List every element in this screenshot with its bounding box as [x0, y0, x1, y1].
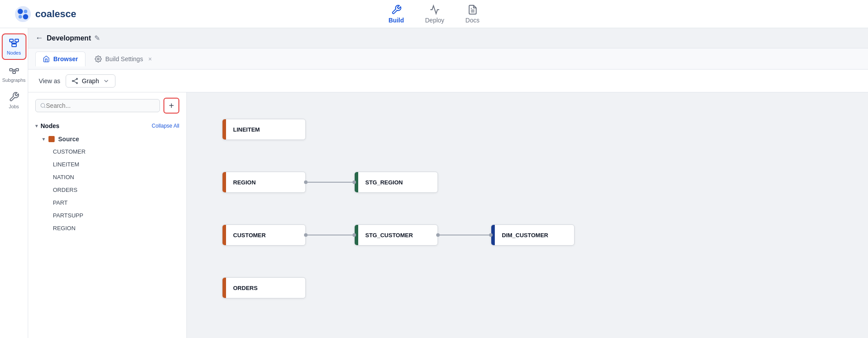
list-item[interactable]: LINEITEM	[28, 158, 186, 171]
node-panel-header: +	[28, 92, 186, 119]
svg-point-2	[23, 14, 28, 19]
graph-node-orders-src[interactable]: ORDERS	[222, 277, 306, 298]
svg-rect-14	[10, 69, 12, 71]
nav-docs-label: Docs	[465, 17, 479, 24]
back-area: ← Development ✎	[28, 28, 868, 48]
list-item[interactable]: NATION	[28, 171, 186, 184]
node-stripe	[223, 225, 226, 245]
node-stripe	[355, 225, 358, 245]
nodes-section-header[interactable]: ▾ Nodes Collapse All	[28, 119, 186, 133]
svg-point-22	[76, 82, 78, 84]
sidebar-nodes-label: Nodes	[7, 50, 21, 55]
icon-sidebar: Nodes Subgraphs Jobs	[0, 28, 28, 338]
node-panel: + ▾ Nodes Collapse All ▾ Source CUSTOMER…	[28, 92, 187, 338]
svg-rect-7	[10, 39, 13, 42]
main-layout: Nodes Subgraphs Jobs ← Development ✎	[0, 28, 868, 338]
collapse-all-button[interactable]: Collapse All	[152, 123, 179, 129]
node-stripe	[223, 172, 226, 192]
nav-actions: Build Deploy Docs	[389, 4, 480, 24]
tab-browser-label: Browser	[53, 55, 78, 62]
nav-build[interactable]: Build	[389, 4, 404, 24]
node-label: REGION	[226, 179, 263, 186]
home-icon	[43, 55, 50, 62]
sidebar-item-jobs[interactable]: Jobs	[2, 88, 26, 113]
view-dropdown[interactable]: Graph	[66, 74, 115, 88]
sidebar-subgraphs-label: Subgraphs	[2, 77, 26, 83]
graph-canvas[interactable]: LINEITEMREGIONSTG_REGIONCUSTOMERSTG_CUST…	[187, 92, 868, 338]
node-label: STG_REGION	[358, 179, 410, 186]
graph-node-dim-customer[interactable]: DIM_CUSTOMER	[491, 224, 575, 246]
svg-point-4	[24, 10, 27, 13]
svg-line-26	[44, 107, 45, 108]
graph-node-region-src[interactable]: REGION	[222, 172, 306, 193]
node-stripe	[491, 225, 495, 245]
toolbar: View as Graph	[28, 70, 868, 92]
graph-node-lineitem-src[interactable]: LINEITEM	[222, 119, 306, 140]
node-stripe	[223, 278, 226, 298]
graph-icon	[71, 77, 78, 84]
source-title: Source	[58, 136, 79, 143]
settings-icon	[95, 55, 102, 62]
svg-line-24	[73, 81, 76, 83]
list-item[interactable]: REGION	[28, 222, 186, 235]
source-chevron: ▾	[42, 136, 45, 142]
content-panel: ← Development ✎ Browser Build Settings ×	[28, 28, 868, 338]
chevron-down-icon	[103, 77, 110, 84]
top-nav: coalesce Build Deploy Docs	[0, 0, 868, 28]
app-name: coalesce	[35, 8, 76, 20]
tab-build-settings[interactable]: Build Settings ×	[87, 51, 161, 66]
back-button[interactable]: ←	[35, 33, 43, 43]
svg-point-19	[97, 58, 99, 60]
svg-rect-8	[15, 39, 19, 42]
environment-title: Development	[47, 34, 91, 42]
graph-label: Graph	[82, 77, 99, 84]
search-input[interactable]	[46, 102, 155, 109]
logo: coalesce	[14, 5, 76, 23]
svg-point-3	[19, 15, 22, 18]
svg-point-21	[76, 78, 78, 80]
nav-build-label: Build	[389, 17, 404, 24]
tab-close-button[interactable]: ×	[147, 55, 154, 62]
search-icon	[40, 103, 46, 109]
list-item[interactable]: CUSTOMER	[28, 145, 186, 158]
svg-point-0	[15, 6, 31, 22]
list-item[interactable]: PART	[28, 196, 186, 209]
sidebar-item-nodes[interactable]: Nodes	[2, 33, 26, 60]
edit-icon[interactable]: ✎	[94, 34, 100, 42]
nodes-section-title: Nodes	[41, 122, 149, 129]
svg-point-1	[18, 9, 23, 14]
nav-deploy[interactable]: Deploy	[425, 4, 445, 24]
svg-rect-15	[16, 69, 19, 71]
tab-build-settings-label: Build Settings	[105, 55, 143, 62]
node-label: ORDERS	[226, 285, 265, 291]
sidebar-jobs-label: Jobs	[9, 104, 19, 109]
graph-node-customer-src[interactable]: CUSTOMER	[222, 224, 306, 246]
sidebar-item-subgraphs[interactable]: Subgraphs	[2, 62, 26, 86]
nodes-section: ▾ Nodes Collapse All ▾ Source CUSTOMER L…	[28, 119, 186, 338]
source-header[interactable]: ▾ Source	[28, 133, 186, 145]
chevron-icon: ▾	[35, 123, 38, 129]
nav-docs[interactable]: Docs	[465, 4, 479, 24]
node-stripe	[223, 119, 226, 140]
logo-icon	[14, 5, 32, 23]
list-item[interactable]: PARTSUPP	[28, 209, 186, 222]
node-label: DIM_CUSTOMER	[495, 232, 555, 239]
svg-point-25	[41, 103, 45, 107]
source-dot	[48, 136, 55, 142]
node-label: CUSTOMER	[226, 232, 273, 239]
search-box[interactable]	[35, 99, 160, 112]
split-area: + ▾ Nodes Collapse All ▾ Source CUSTOMER…	[28, 92, 868, 338]
tab-bar: Browser Build Settings ×	[28, 48, 868, 70]
svg-point-20	[72, 80, 74, 81]
nav-deploy-label: Deploy	[425, 17, 445, 24]
svg-line-23	[73, 79, 76, 81]
tab-browser[interactable]: Browser	[35, 51, 85, 66]
graph-node-stg-customer[interactable]: STG_CUSTOMER	[354, 224, 438, 246]
list-item[interactable]: ORDERS	[28, 184, 186, 196]
node-stripe	[355, 172, 358, 192]
svg-rect-16	[13, 71, 15, 73]
graph-node-stg-region[interactable]: STG_REGION	[354, 172, 438, 193]
node-label: LINEITEM	[226, 126, 267, 133]
add-button[interactable]: +	[163, 98, 179, 114]
view-as-label: View as	[39, 77, 60, 84]
